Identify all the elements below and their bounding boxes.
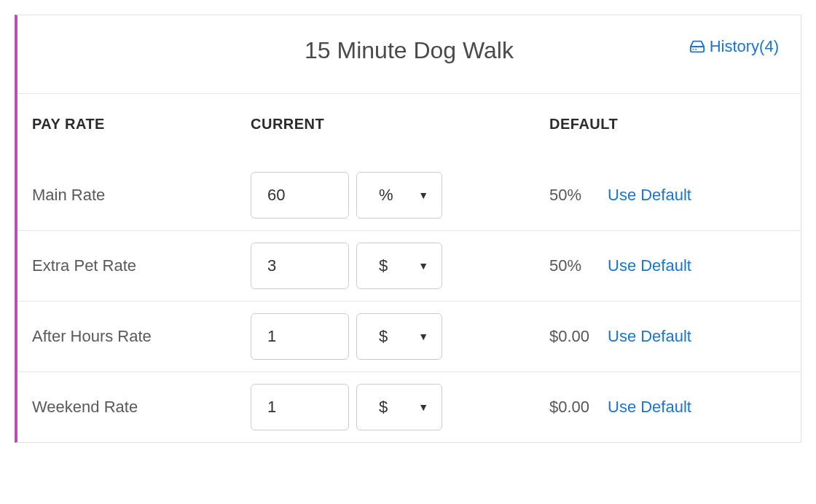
chevron-down-icon: ▼ <box>418 189 428 201</box>
rate-current: % ▼ <box>251 172 549 218</box>
rate-current: $ ▼ <box>251 243 549 289</box>
unit-value: $ <box>379 398 388 417</box>
use-default-link[interactable]: Use Default <box>608 398 691 417</box>
chevron-down-icon: ▼ <box>418 260 428 272</box>
extra-pet-rate-unit-select[interactable]: $ ▼ <box>356 243 442 289</box>
rate-default: $0.00 Use Default <box>549 327 786 346</box>
after-hours-rate-unit-select[interactable]: $ ▼ <box>356 313 442 360</box>
drive-icon <box>689 39 705 55</box>
col-header-pay-rate: Pay Rate <box>32 116 251 133</box>
chevron-down-icon: ▼ <box>418 331 428 342</box>
default-value: $0.00 <box>549 398 595 417</box>
table-header: Pay Rate Current Default <box>17 94 801 160</box>
rate-row-extra-pet: Extra Pet Rate $ ▼ 50% Use Default <box>17 231 801 302</box>
rate-current: $ ▼ <box>251 384 549 430</box>
main-rate-unit-select[interactable]: % ▼ <box>356 172 442 218</box>
rate-row-main: Main Rate % ▼ 50% Use Default <box>17 160 801 231</box>
use-default-link[interactable]: Use Default <box>608 256 691 275</box>
history-link[interactable]: History(4) <box>689 37 779 56</box>
default-value: 50% <box>549 186 595 205</box>
history-text: History(4) <box>710 37 779 56</box>
extra-pet-rate-input[interactable] <box>251 243 349 289</box>
rate-current: $ ▼ <box>251 313 549 360</box>
rate-row-weekend: Weekend Rate $ ▼ $0.00 Use Default <box>17 372 801 442</box>
rate-label: Main Rate <box>32 186 251 205</box>
unit-value: $ <box>379 256 388 275</box>
rate-label: Weekend Rate <box>32 398 251 417</box>
col-header-default: Default <box>549 116 786 133</box>
col-header-current: Current <box>251 116 549 133</box>
weekend-rate-input[interactable] <box>251 384 349 430</box>
unit-value: $ <box>379 327 388 346</box>
rate-default: $0.00 Use Default <box>549 398 786 417</box>
chevron-down-icon: ▼ <box>418 401 428 413</box>
default-value: $0.00 <box>549 327 595 346</box>
default-value: 50% <box>549 256 595 275</box>
rate-default: 50% Use Default <box>549 186 786 205</box>
rate-default: 50% Use Default <box>549 256 786 275</box>
rate-label: Extra Pet Rate <box>32 256 251 275</box>
use-default-link[interactable]: Use Default <box>608 327 691 346</box>
card-title: 15 Minute Dog Walk <box>39 37 779 64</box>
unit-value: % <box>379 186 393 205</box>
card-header: 15 Minute Dog Walk History(4) <box>17 15 801 94</box>
pay-rate-card: 15 Minute Dog Walk History(4) Pay Rate C… <box>15 15 801 443</box>
rate-row-after-hours: After Hours Rate $ ▼ $0.00 Use Default <box>17 302 801 372</box>
after-hours-rate-input[interactable] <box>251 313 349 360</box>
rate-label: After Hours Rate <box>32 327 251 346</box>
use-default-link[interactable]: Use Default <box>608 186 691 205</box>
weekend-rate-unit-select[interactable]: $ ▼ <box>356 384 442 430</box>
main-rate-input[interactable] <box>251 172 349 218</box>
